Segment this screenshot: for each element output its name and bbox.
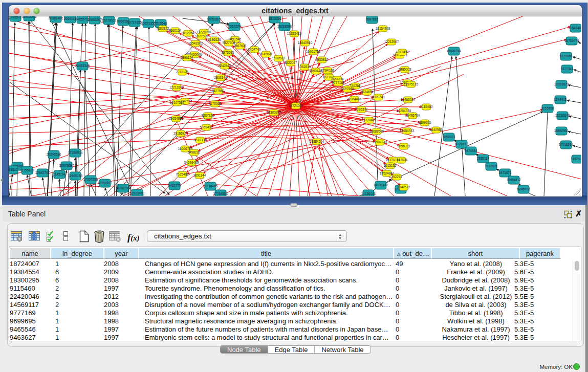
svg-text:19384554: 19384554	[309, 140, 324, 143]
svg-text:10107553: 10107553	[169, 101, 184, 104]
svg-text:6379197: 6379197	[455, 142, 468, 146]
svg-text:17359934: 17359934	[68, 151, 82, 155]
svg-text:9245612: 9245612	[517, 187, 530, 191]
svg-text:19166827: 19166827	[173, 132, 188, 135]
svg-text:4170062: 4170062	[208, 102, 221, 105]
svg-text:1405571: 1405571	[9, 16, 22, 19]
svg-text:1691144: 1691144	[193, 173, 206, 177]
svg-text:9474444: 9474444	[464, 149, 477, 152]
svg-text:16648784: 16648784	[446, 49, 461, 53]
svg-text:17764851: 17764851	[213, 192, 228, 195]
svg-text:7632621: 7632621	[485, 164, 497, 168]
svg-text:1362615: 1362615	[298, 65, 311, 69]
svg-text:9115460: 9115460	[420, 105, 432, 108]
svg-text:12923468: 12923468	[129, 191, 144, 195]
svg-text:3342612: 3342612	[397, 185, 410, 189]
svg-text:9465779: 9465779	[168, 184, 181, 187]
svg-text:1073493: 1073493	[396, 50, 408, 54]
svg-text:9242848: 9242848	[218, 64, 231, 68]
svg-text:8454749: 8454749	[248, 48, 260, 51]
svg-text:10254338: 10254338	[396, 109, 411, 113]
svg-text:15495784: 15495784	[405, 114, 420, 117]
svg-text:2803144: 2803144	[214, 76, 227, 79]
svg-text:15892951: 15892951	[554, 129, 569, 133]
svg-text:19654983: 19654983	[168, 117, 183, 120]
svg-text:18300295: 18300295	[266, 111, 281, 114]
svg-text:10688609: 10688609	[369, 129, 384, 133]
svg-text:18724007: 18724007	[288, 104, 303, 107]
svg-text:2935114: 2935114	[476, 157, 489, 160]
svg-text:8813054: 8813054	[268, 17, 281, 20]
svg-text:12093873: 12093873	[554, 82, 569, 86]
svg-text:9777169: 9777169	[332, 81, 344, 84]
svg-text:18907249: 18907249	[372, 140, 387, 144]
svg-text:7955812: 7955812	[315, 58, 328, 61]
svg-text:19524861: 19524861	[379, 171, 394, 175]
svg-text:10671355: 10671355	[141, 21, 156, 25]
svg-text:8912954: 8912954	[181, 31, 194, 35]
svg-text:9327508: 9327508	[195, 34, 208, 38]
svg-text:2867608: 2867608	[233, 44, 246, 48]
svg-text:5858923: 5858923	[442, 135, 455, 139]
svg-text:6899695: 6899695	[418, 121, 431, 124]
svg-text:3215958: 3215958	[541, 106, 554, 110]
svg-text:8471676: 8471676	[498, 171, 511, 174]
svg-text:12975126: 12975126	[403, 82, 418, 86]
svg-text:3824554: 3824554	[360, 90, 373, 94]
svg-text:16543362: 16543362	[188, 41, 203, 45]
svg-text:17957255: 17957255	[83, 178, 98, 181]
svg-text:18463627: 18463627	[400, 98, 415, 101]
svg-text:8990448: 8990448	[309, 69, 322, 73]
svg-text:16053809: 16053809	[206, 17, 221, 21]
svg-text:9896124: 9896124	[180, 56, 193, 59]
svg-text:20691406: 20691406	[48, 16, 63, 20]
svg-text:1244415: 1244415	[554, 98, 567, 101]
svg-text:23716485: 23716485	[203, 184, 217, 188]
svg-text:11156829: 11156829	[20, 168, 34, 172]
svg-text:18640910: 18640910	[297, 41, 312, 45]
svg-text:16154808: 16154808	[375, 27, 390, 30]
svg-text:2718126: 2718126	[176, 70, 188, 74]
svg-text:13325419: 13325419	[287, 32, 301, 35]
svg-text:8322037: 8322037	[284, 61, 297, 64]
svg-text:10719155: 10719155	[127, 20, 142, 24]
svg-text:8186328: 8186328	[208, 38, 221, 41]
svg-text:1588520: 1588520	[272, 56, 285, 60]
svg-text:7515546: 7515546	[154, 21, 167, 25]
svg-text:15276021: 15276021	[101, 18, 116, 22]
svg-text:12942757: 12942757	[35, 171, 50, 174]
svg-text:252254: 252254	[391, 175, 402, 179]
svg-text:3875685: 3875685	[221, 51, 234, 54]
svg-text:7357224: 7357224	[228, 25, 241, 28]
svg-text:9146821: 9146821	[259, 52, 272, 56]
svg-text:9756923: 9756923	[397, 144, 410, 148]
svg-text:14136142: 14136142	[373, 183, 388, 187]
svg-text:10653267: 10653267	[87, 18, 102, 21]
svg-text:8427552: 8427552	[211, 89, 224, 93]
svg-text:12505135: 12505135	[68, 174, 82, 178]
svg-text:17016534: 17016534	[558, 143, 573, 146]
svg-text:13654923: 13654923	[399, 129, 414, 133]
svg-text:1145194: 1145194	[53, 172, 66, 176]
svg-text:7625402: 7625402	[176, 172, 188, 176]
svg-text:12213369: 12213369	[169, 85, 184, 89]
svg-text:16961758: 16961758	[306, 50, 320, 53]
svg-text:12213967: 12213967	[384, 40, 399, 43]
svg-text:9660124: 9660124	[168, 29, 181, 32]
svg-text:6497568: 6497568	[341, 87, 354, 91]
svg-text:391510: 391510	[9, 168, 18, 171]
svg-text:7485003: 7485003	[398, 68, 411, 71]
svg-text:16120746: 16120746	[385, 158, 400, 162]
svg-text:1167531: 1167531	[571, 157, 581, 161]
svg-text:7386372: 7386372	[355, 107, 367, 111]
svg-text:7663822: 7663822	[156, 27, 169, 30]
svg-text:20364436: 20364436	[346, 97, 361, 101]
svg-text:9227343: 9227343	[560, 67, 573, 71]
svg-text:6794028: 6794028	[321, 69, 334, 72]
svg-text:9329966: 9329966	[559, 54, 572, 58]
svg-text:1440953: 1440953	[429, 128, 442, 132]
svg-text:54099489: 54099489	[184, 161, 199, 164]
svg-text:13405572: 13405572	[21, 16, 36, 18]
svg-text:16210643: 16210643	[555, 114, 570, 117]
svg-text:19218596: 19218596	[277, 25, 292, 28]
